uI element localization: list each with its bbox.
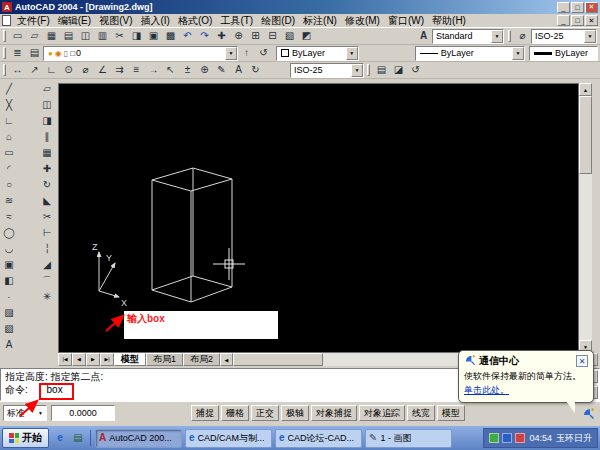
dropdown-arrow-icon[interactable]: ▼ <box>584 30 596 43</box>
tab-layout2[interactable]: 布局2 <box>183 353 220 366</box>
quick-leader-icon[interactable]: ↖ <box>162 63 179 78</box>
status-toggle[interactable]: 模型 <box>437 405 465 421</box>
status-toggle[interactable]: 捕捉 <box>191 405 219 421</box>
scrollbar-thumb[interactable] <box>579 96 592 174</box>
line-icon[interactable]: ╱ <box>1 81 17 97</box>
offset-icon[interactable]: ∥ <box>39 129 55 145</box>
menu-item[interactable]: 帮助(H) <box>428 14 470 27</box>
status-toggle[interactable]: 栅格 <box>221 405 249 421</box>
ellipse-icon[interactable]: ◯ <box>1 225 17 241</box>
menu-item[interactable]: 窗口(W) <box>384 14 428 27</box>
scrollbar-thumb[interactable] <box>233 353 323 366</box>
open-icon[interactable]: ▱ <box>26 29 43 44</box>
copy-icon[interactable]: ◨ <box>128 29 145 44</box>
communication-center-icon[interactable] <box>581 406 595 420</box>
dim-style-apply-icon[interactable]: ▤ <box>373 63 390 78</box>
doc-minimize-button[interactable]: _ <box>557 15 570 26</box>
text-style-icon[interactable]: A <box>415 29 432 44</box>
dropdown-arrow-icon[interactable]: ▼ <box>225 47 237 60</box>
dim-style-icon[interactable]: ⌀ <box>514 29 531 44</box>
arc-icon[interactable]: ◜ <box>1 161 17 177</box>
first-tab-button[interactable]: |◀ <box>58 353 72 366</box>
center-mark-icon[interactable]: ⊕ <box>196 63 213 78</box>
make-block-icon[interactable]: ◧ <box>1 273 17 289</box>
coordinate-display[interactable]: 0.0000 <box>51 405 115 421</box>
doc-close-button[interactable]: ✕ <box>585 15 598 26</box>
circle-icon[interactable]: ○ <box>1 177 17 193</box>
array-icon[interactable]: ▦ <box>39 145 55 161</box>
balloon-link[interactable]: 单击此处。 <box>464 384 509 397</box>
toolbar-grip[interactable] <box>508 30 511 42</box>
maximize-button[interactable]: □ <box>571 2 584 13</box>
mtext-icon[interactable]: A <box>1 337 17 353</box>
polygon-icon[interactable]: ⌂ <box>1 129 17 145</box>
menu-item[interactable]: 工具(T) <box>216 14 257 27</box>
menu-item[interactable]: 插入(I) <box>136 14 173 27</box>
dim-ordinate-icon[interactable]: ∟ <box>43 63 60 78</box>
dim-style-combo[interactable]: ISO-25 ▼ <box>531 29 597 44</box>
mirror-icon[interactable]: ◨ <box>39 113 55 129</box>
menu-item[interactable]: 绘图(D) <box>257 14 299 27</box>
scroll-up-icon[interactable]: ▲ <box>579 83 592 96</box>
dim-angular-icon[interactable]: ∠ <box>94 63 111 78</box>
quicklaunch-browser-icon[interactable]: e <box>52 430 68 446</box>
toolbar-grip[interactable] <box>3 30 6 42</box>
explode-icon[interactable]: ✳ <box>39 289 55 305</box>
dim-update-icon[interactable]: ↻ <box>247 63 264 78</box>
dropdown-arrow-icon[interactable]: ▼ <box>512 47 524 60</box>
quicklaunch-desktop-icon[interactable]: ▤ <box>70 430 86 446</box>
start-button[interactable]: 开始 <box>2 428 49 448</box>
region-icon[interactable]: ▧ <box>1 321 17 337</box>
extend-icon[interactable]: ⊢ <box>39 225 55 241</box>
move-icon[interactable]: ✚ <box>39 161 55 177</box>
tab-layout1[interactable]: 布局1 <box>146 353 183 366</box>
hatch-icon[interactable]: ▨ <box>1 305 17 321</box>
dim-diameter-icon[interactable]: ⌀ <box>77 63 94 78</box>
dim-style-row-combo[interactable]: ISO-25 ▼ <box>290 63 364 78</box>
tray-icon-green[interactable] <box>489 433 499 443</box>
tolerance-icon[interactable]: ± <box>179 63 196 78</box>
dim-style-icon[interactable]: ↺ <box>407 63 424 78</box>
drawing-area[interactable]: Z Y X 输入box <box>58 83 579 353</box>
dim-text-edit-icon[interactable]: A <box>230 63 247 78</box>
dim-linear-icon[interactable]: ↔ <box>9 63 26 78</box>
trim-icon[interactable]: ✂ <box>39 209 55 225</box>
copy-object-icon[interactable]: ◫ <box>39 97 55 113</box>
erase-icon[interactable]: ▱ <box>39 81 55 97</box>
break-icon[interactable]: ╎ <box>39 241 55 257</box>
redo-icon[interactable]: ↷ <box>196 29 213 44</box>
ellipse-arc-icon[interactable]: ◡ <box>1 241 17 257</box>
last-tab-button[interactable]: ▶| <box>100 353 114 366</box>
layer-combo[interactable]: ●◉▯□ 0 ▼ <box>43 46 238 61</box>
new-icon[interactable]: ▭ <box>9 29 26 44</box>
scale-icon[interactable]: ◣ <box>39 193 55 209</box>
point-icon[interactable]: ∙ <box>1 289 17 305</box>
tray-icon-red[interactable] <box>515 433 525 443</box>
tab-model[interactable]: 模型 <box>114 353 146 366</box>
minimize-button[interactable]: _ <box>557 2 570 13</box>
status-toggle[interactable]: 正交 <box>251 405 279 421</box>
balloon-close-button[interactable]: ✕ <box>576 355 588 367</box>
text-style-combo[interactable]: Standard ▼ <box>432 29 504 44</box>
menu-item[interactable]: 编辑(E) <box>54 14 95 27</box>
toolbar-grip[interactable] <box>3 64 6 76</box>
rectangle-icon[interactable]: ▭ <box>1 145 17 161</box>
layer-previous-icon[interactable]: ↺ <box>255 46 272 61</box>
plot-preview-icon[interactable]: ◫ <box>77 29 94 44</box>
plot-icon[interactable]: ▤ <box>60 29 77 44</box>
properties-icon[interactable]: ▧ <box>281 29 298 44</box>
dim-edit-icon[interactable]: ✎ <box>213 63 230 78</box>
dim-radius-icon[interactable]: ⊙ <box>60 63 77 78</box>
tray-icon-blue[interactable] <box>502 433 512 443</box>
linetype-combo[interactable]: ByLayer ▼ <box>415 46 525 61</box>
match-properties-icon[interactable]: ▩ <box>162 29 179 44</box>
dim-continue-icon[interactable]: → <box>145 63 162 78</box>
color-combo[interactable]: ByLayer ▼ <box>276 46 359 61</box>
dropdown-arrow-icon[interactable]: ▼ <box>491 30 503 43</box>
dim-override-icon[interactable]: ◪ <box>390 63 407 78</box>
taskbar-item-paint[interactable]: ✎1 - 画图 <box>365 429 452 448</box>
designcenter-icon[interactable]: ◩ <box>298 29 315 44</box>
taskbar-item-browser2[interactable]: eCAD论坛-CAD... <box>275 429 362 448</box>
toolbar-grip[interactable] <box>367 64 370 76</box>
publish-icon[interactable]: ▥ <box>94 29 111 44</box>
